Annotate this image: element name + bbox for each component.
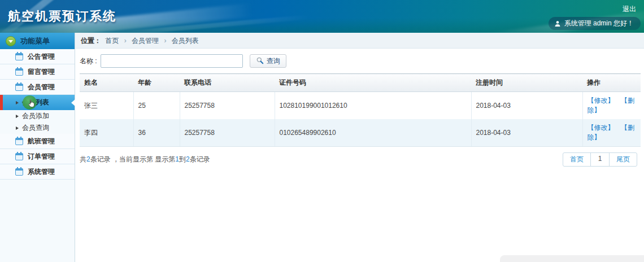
- cell-phone: 25257758: [180, 119, 275, 147]
- menu-toggle-icon[interactable]: [6, 36, 16, 46]
- search-bar: 名称 : 查询: [80, 54, 641, 68]
- menu-header[interactable]: 功能菜单: [0, 33, 75, 49]
- col-id-number: 证件号码: [275, 74, 471, 92]
- sidebar-item-members[interactable]: 会员管理: [0, 80, 75, 95]
- calendar-icon: [15, 68, 23, 76]
- breadcrumb-prefix: 位置：: [81, 37, 101, 45]
- cell-reg-date: 2018-04-03: [471, 92, 582, 120]
- search-label: 名称 :: [80, 56, 97, 66]
- cell-actions: 【修改】 【删除】: [582, 119, 641, 147]
- member-table: 姓名 年龄 联系电话 证件号码 注册时间 操作 张三 25 25257758 1…: [80, 73, 641, 147]
- app-header: 航空机票预订系统 退出 系统管理 admin 您好！: [0, 0, 644, 33]
- breadcrumb-separator: ›: [164, 37, 166, 45]
- col-phone: 联系电话: [180, 74, 275, 92]
- search-button-label: 查询: [267, 56, 280, 66]
- table-row: 张三 25 25257758 102810199001012610 2018-0…: [80, 92, 641, 120]
- breadcrumb-member-list-link[interactable]: 会员列表: [172, 37, 199, 45]
- edit-link[interactable]: 【修改】: [588, 97, 615, 104]
- table-footer: 共2条记录 ，当前显示第 显示第1到2条记录 首页 1 尾页: [80, 152, 637, 167]
- members-submenu: 会员列表 会员添加 会员查询: [0, 95, 75, 134]
- submenu-arrow-icon: [16, 126, 19, 130]
- search-icon: [256, 56, 264, 66]
- user-greeting-badge: 系统管理 admin 您好！: [549, 17, 641, 30]
- last-page-button[interactable]: 尾页: [609, 152, 637, 167]
- bottom-strip: [500, 255, 644, 262]
- breadcrumb: 位置： 首页 › 会员管理 › 会员列表: [75, 33, 644, 49]
- table-header-row: 姓名 年龄 联系电话 证件号码 注册时间 操作: [80, 74, 641, 92]
- active-indicator-bar: [0, 95, 3, 110]
- cell-id-number: 102810199001012610: [275, 92, 471, 120]
- table-row: 李四 36 25257758 010265489902610 2018-04-0…: [80, 119, 641, 147]
- cell-id-number: 010265489902610: [275, 119, 471, 147]
- col-reg-date: 注册时间: [471, 74, 582, 92]
- breadcrumb-home-link[interactable]: 首页: [105, 37, 119, 45]
- search-input[interactable]: [101, 54, 243, 68]
- sidebar-item-system[interactable]: 系统管理: [0, 164, 75, 180]
- submenu-arrow-icon: [16, 101, 19, 104]
- user-icon: [554, 20, 561, 27]
- col-name: 姓名: [80, 74, 133, 92]
- user-greeting-text: 系统管理 admin 您好！: [564, 19, 634, 28]
- sidebar-subitem-member-list[interactable]: 会员列表: [0, 95, 75, 110]
- col-actions: 操作: [582, 74, 641, 92]
- cell-age: 36: [133, 119, 180, 147]
- sidebar-subitem-member-search[interactable]: 会员查询: [0, 122, 75, 134]
- page-title: 航空机票预订系统: [8, 8, 116, 25]
- current-page-indicator: 1: [590, 152, 610, 167]
- cell-phone: 25257758: [180, 92, 275, 120]
- search-button[interactable]: 查询: [250, 54, 286, 68]
- submenu-arrow-icon: [16, 115, 19, 118]
- sidebar: 功能菜单 公告管理 留言管理 会员管理 会员列表: [0, 33, 75, 262]
- sidebar-item-announcements[interactable]: 公告管理: [0, 49, 75, 64]
- cell-age: 25: [133, 92, 180, 120]
- breadcrumb-separator: ›: [124, 37, 127, 45]
- breadcrumb-members-link[interactable]: 会员管理: [132, 37, 159, 45]
- cell-name: 张三: [80, 92, 133, 120]
- cell-name: 李四: [80, 119, 133, 147]
- calendar-icon: [15, 53, 23, 60]
- cell-actions: 【修改】 【删除】: [582, 92, 641, 120]
- sidebar-item-messages[interactable]: 留言管理: [0, 64, 75, 80]
- calendar-icon: [15, 138, 23, 145]
- menu-header-label: 功能菜单: [20, 36, 50, 46]
- main-content: 位置： 首页 › 会员管理 › 会员列表 名称 : 查询: [75, 33, 644, 262]
- sidebar-item-orders[interactable]: 订单管理: [0, 149, 75, 164]
- pagination: 首页 1 尾页: [563, 152, 637, 167]
- cell-reg-date: 2018-04-03: [471, 119, 582, 147]
- first-page-button[interactable]: 首页: [563, 152, 591, 167]
- sidebar-item-flights[interactable]: 航班管理: [0, 134, 75, 149]
- edit-link[interactable]: 【修改】: [588, 124, 615, 132]
- calendar-icon: [15, 153, 23, 160]
- calendar-icon: [15, 84, 23, 91]
- app-window: 航空机票预订系统 退出 系统管理 admin 您好！ 功能菜单 公告管理 留言管…: [0, 0, 644, 262]
- logout-link[interactable]: 退出: [623, 5, 636, 14]
- col-age: 年龄: [133, 74, 180, 92]
- records-summary: 共2条记录 ，当前显示第 显示第1到2条记录: [80, 155, 210, 164]
- active-notch: [71, 99, 75, 106]
- calendar-icon: [15, 168, 23, 176]
- sidebar-subitem-member-add[interactable]: 会员添加: [0, 110, 75, 122]
